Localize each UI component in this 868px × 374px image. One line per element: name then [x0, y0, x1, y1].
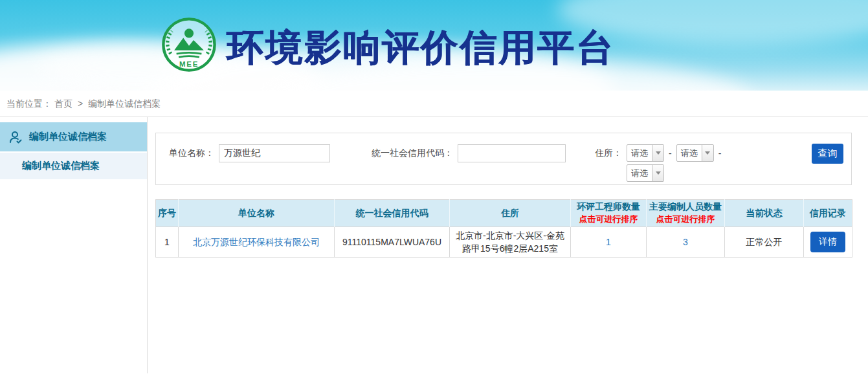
sidebar: 编制单位诚信档案 编制单位诚信档案: [0, 117, 148, 373]
sidebar-subitem-unit-credit-archive[interactable]: 编制单位诚信档案: [0, 153, 147, 179]
search-panel: 单位名称： 统一社会信用代码： 住所： 请选择: [155, 133, 852, 185]
sidebar-item-unit-credit-archive[interactable]: 编制单位诚信档案: [0, 122, 147, 151]
breadcrumb-current: 编制单位诚信档案: [88, 98, 161, 109]
breadcrumb-home-link[interactable]: 首页: [54, 98, 72, 109]
city-select[interactable]: 请选择: [676, 144, 714, 162]
sidebar-item-label: 编制单位诚信档案: [29, 131, 107, 143]
cell-status: 正常公开: [725, 227, 804, 258]
table-header-row: 序号 单位名称 统一社会信用代码 住所 环评工程师数量 点击可进行排序 主要编制…: [156, 200, 852, 227]
search-button[interactable]: 查询: [812, 144, 843, 164]
credit-code-label: 统一社会信用代码：: [372, 148, 453, 159]
col-header-status: 当前状态: [725, 200, 804, 227]
col-header-staff-count-sortable[interactable]: 主要编制人员数量 点击可进行排序: [647, 200, 725, 227]
staff-count-link[interactable]: 3: [683, 237, 688, 247]
col-header-address: 住所: [450, 200, 571, 227]
site-header: MEE 环境影响评价信用平台: [0, 0, 868, 91]
main-content: 单位名称： 统一社会信用代码： 住所： 请选择: [148, 117, 868, 373]
unit-name-input[interactable]: [219, 144, 330, 162]
results-table: 序号 单位名称 统一社会信用代码 住所 环评工程师数量 点击可进行排序 主要编制…: [155, 199, 852, 258]
mee-logo-icon: MEE: [161, 16, 217, 73]
district-select[interactable]: 请选择: [627, 164, 664, 182]
breadcrumb: 当前位置：首页>编制单位诚信档案: [0, 91, 868, 117]
site-title: 环境影响评价信用平台: [227, 23, 615, 73]
sidebar-subitem-label: 编制单位诚信档案: [22, 160, 100, 172]
chevron-down-icon[interactable]: [652, 145, 663, 161]
province-select[interactable]: 请选择: [627, 144, 664, 162]
cell-index: 1: [156, 227, 179, 258]
page: MEE 环境影响评价信用平台 当前位置：首页>编制单位诚信档案 编制单位诚信档案…: [0, 0, 868, 374]
col-header-credit-record: 信用记录: [804, 200, 852, 227]
unit-name-link[interactable]: 北京万源世纪环保科技有限公司: [193, 237, 320, 247]
sort-hint: 点击可进行排序: [572, 214, 645, 225]
col-header-credit-code: 统一社会信用代码: [335, 200, 450, 227]
detail-button[interactable]: 详情: [810, 232, 845, 252]
credit-code-input[interactable]: [458, 144, 566, 162]
chevron-down-icon[interactable]: [702, 145, 713, 161]
dash-separator: -: [669, 148, 672, 159]
engineer-count-link[interactable]: 1: [606, 237, 611, 247]
breadcrumb-prefix: 当前位置：: [6, 98, 52, 109]
col-header-unit-name: 单位名称: [179, 200, 335, 227]
table-row: 1 北京万源世纪环保科技有限公司 91110115MA7LWUA76U 北京市-…: [156, 227, 852, 258]
breadcrumb-separator: >: [78, 98, 83, 109]
chevron-down-icon[interactable]: [652, 165, 663, 181]
col-header-engineer-count-sortable[interactable]: 环评工程师数量 点击可进行排序: [571, 200, 647, 227]
dash-separator: -: [718, 148, 722, 159]
user-check-icon: [8, 129, 23, 145]
mee-logo-text: MEE: [179, 60, 199, 68]
cell-address: 北京市-北京市-大兴区-金苑路甲15号6幢2层A215室: [450, 227, 571, 258]
sort-hint: 点击可进行排序: [648, 214, 723, 225]
col-header-index: 序号: [156, 200, 179, 227]
cell-credit-code: 91110115MA7LWUA76U: [335, 227, 450, 258]
unit-name-label: 单位名称：: [169, 148, 214, 159]
address-label: 住所：: [595, 144, 622, 162]
